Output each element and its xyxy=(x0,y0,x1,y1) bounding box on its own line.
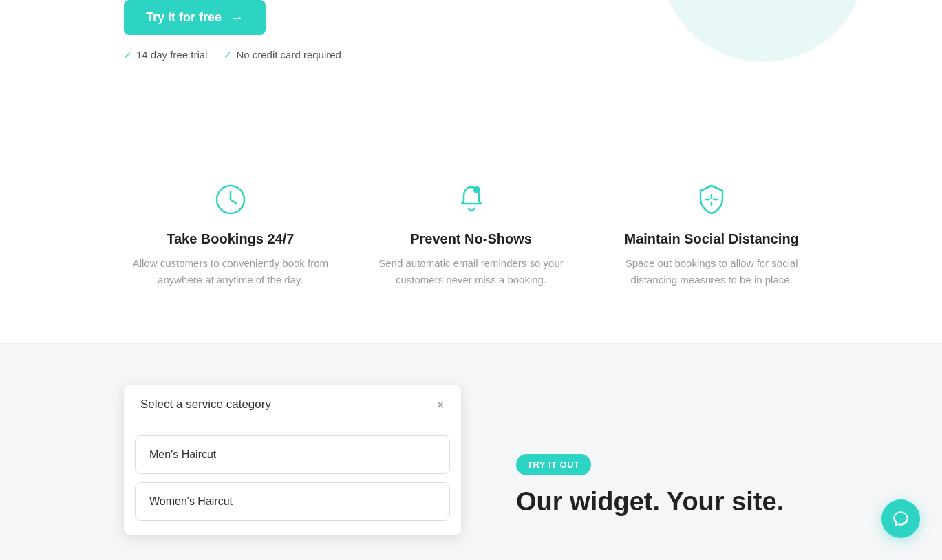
trial-item-1: ✓ No credit card required xyxy=(224,49,341,61)
feature-distancing: Maintain Social Distancing Space out boo… xyxy=(605,179,818,288)
illustration-container xyxy=(598,0,901,34)
service-item-mens-haircut[interactable]: Men's Haircut xyxy=(135,435,450,474)
bottom-inner: Select a service category × Men's Haircu… xyxy=(0,385,942,535)
feature-bookings-title: Take Bookings 24/7 xyxy=(124,231,337,247)
trial-info-row: ✓ 14 day free trial ✓ No credit card req… xyxy=(124,49,818,61)
features-section: Take Bookings 24/7 Allow customers to co… xyxy=(0,138,942,344)
bottom-section: Select a service category × Men's Haircu… xyxy=(0,344,942,560)
svg-point-18 xyxy=(473,186,480,193)
features-grid: Take Bookings 24/7 Allow customers to co… xyxy=(124,179,818,288)
modal-close-button[interactable]: × xyxy=(436,398,445,411)
bell-icon xyxy=(365,179,578,220)
feature-noshows: Prevent No-Shows Send automatic email re… xyxy=(365,179,578,288)
chat-icon xyxy=(892,510,910,528)
shield-icon xyxy=(605,179,818,220)
feature-distancing-desc: Space out bookings to allow for social d… xyxy=(605,255,818,288)
service-mens-haircut-label: Men's Haircut xyxy=(149,449,216,460)
service-item-womens-haircut[interactable]: Women's Haircut xyxy=(135,482,450,521)
feature-distancing-title: Maintain Social Distancing xyxy=(605,231,818,247)
feature-noshows-title: Prevent No-Shows xyxy=(365,231,578,247)
try-free-button[interactable]: Try it for free → xyxy=(124,0,266,35)
service-womens-haircut-label: Women's Haircut xyxy=(149,495,233,507)
modal-header: Select a service category × xyxy=(124,385,461,424)
top-section: Try it for free → ✓ 14 day free trial ✓ … xyxy=(0,0,942,138)
modal-body: Men's Haircut Women's Haircut xyxy=(124,424,461,535)
try-free-label: Try it for free xyxy=(146,10,222,25)
try-it-out-badge: TRY IT OUT xyxy=(516,454,591,475)
hero-illustration xyxy=(639,0,901,34)
service-modal: Select a service category × Men's Haircu… xyxy=(124,385,461,535)
trial-text-0: 14 day free trial xyxy=(136,49,207,61)
check-icon-1: ✓ xyxy=(224,50,232,61)
right-content: TRY IT OUT Our widget. Your site. xyxy=(516,385,784,518)
clock-icon xyxy=(124,179,337,220)
feature-noshows-desc: Send automatic email reminders so your c… xyxy=(365,255,578,288)
widget-heading: Our widget. Your site. xyxy=(516,486,784,518)
feature-bookings: Take Bookings 24/7 Allow customers to co… xyxy=(124,179,337,288)
modal-title: Select a service category xyxy=(140,398,271,411)
trial-text-1: No credit card required xyxy=(236,49,341,61)
trial-item-0: ✓ 14 day free trial xyxy=(124,49,207,61)
chat-support-button[interactable] xyxy=(881,499,920,538)
svg-line-17 xyxy=(231,200,237,204)
try-free-arrow: → xyxy=(230,10,244,25)
feature-bookings-desc: Allow customers to conveniently book fro… xyxy=(124,255,337,288)
check-icon-0: ✓ xyxy=(124,50,132,61)
